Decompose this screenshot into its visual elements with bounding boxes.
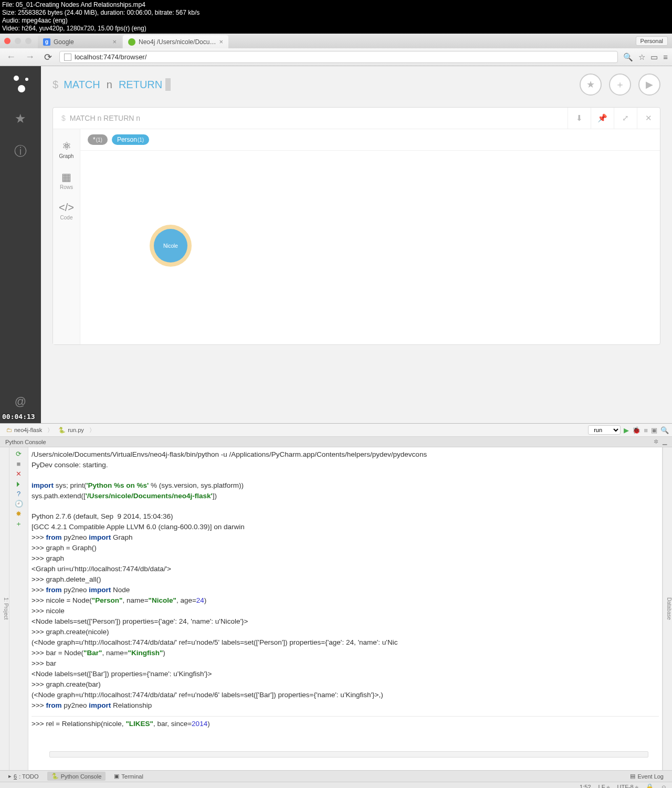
view-tabs: ⚛Graph ▦Rows </>Code: [53, 129, 80, 344]
forward-button[interactable]: →: [23, 51, 37, 62]
bottom-tool-tabs: ▸ 6: TODO 🐍 Python Console ▣ Terminal ▤ …: [0, 770, 672, 782]
breadcrumb-file[interactable]: 🐍run.py: [55, 426, 87, 434]
breadcrumb-bar: 🗀neo4j-flask 〉 🐍run.py 〉 run ▶ 🐞 ■ ▣ 🔍: [0, 424, 672, 437]
graph-node-nicole[interactable]: Nicole: [154, 229, 187, 262]
python-console[interactable]: /Users/nicole/Documents/VirtualEnvs/neo4…: [28, 447, 663, 770]
neo4j-logo-icon[interactable]: [13, 76, 28, 94]
close-tab-icon[interactable]: ×: [219, 38, 223, 46]
result-card: $MATCH n RETURN n ⬇ 📌 ⤢ ✕ ⚛Graph ▦Rows <…: [52, 107, 660, 345]
tab-todo[interactable]: ▸ 6: TODO: [4, 772, 43, 781]
caret-position: 1:52: [580, 784, 591, 788]
tab-neo4j[interactable]: Neo4j /Users/nicole/Docu… ×: [123, 35, 228, 48]
layout-icon[interactable]: ▣: [651, 426, 657, 434]
console-gutter: ⟳ ■ ✕ ⏵ ? 🕘 ✸ ＋: [9, 447, 28, 770]
neo4j-favicon-icon: [128, 38, 135, 46]
favorites-icon[interactable]: ★: [15, 111, 26, 126]
reload-button[interactable]: ⟳: [42, 51, 54, 63]
google-favicon-icon: g: [43, 38, 50, 46]
neo4j-browser: ★ ⓘ @ $ MATCH n RETURN ★ ＋ ▶ $MATCH n RE…: [0, 66, 672, 423]
settings-icon[interactable]: ✲: [654, 438, 658, 445]
window-controls: [4, 38, 32, 44]
video-video: Video: h264, yuv420p, 1280x720, 15.00 fp…: [2, 25, 670, 33]
search-icon[interactable]: 🔍: [660, 426, 669, 434]
back-button[interactable]: ←: [4, 51, 18, 62]
line-separator[interactable]: LF ÷: [598, 784, 610, 788]
history-icon[interactable]: 🕘: [15, 500, 23, 507]
help-icon[interactable]: ?: [17, 490, 20, 497]
add-icon[interactable]: ＋: [15, 520, 22, 527]
browser-tab-bar: g Google × Neo4j /Users/nicole/Docu… × P…: [0, 34, 672, 48]
close-console-icon[interactable]: ✕: [16, 470, 22, 477]
debug-icon[interactable]: 🐞: [632, 426, 640, 434]
execute-icon[interactable]: ⏵: [15, 480, 22, 487]
page-icon: [64, 54, 71, 61]
query-editor[interactable]: $ MATCH n RETURN: [52, 78, 572, 91]
run-query-button[interactable]: ▶: [638, 73, 660, 96]
profile-badge[interactable]: Personal: [636, 36, 668, 46]
video-size: Size: 25583826 bytes (24.40 MiB), durati…: [2, 9, 670, 17]
variable-n: n: [107, 79, 112, 91]
lock-icon[interactable]: 🔒: [646, 783, 654, 788]
add-query-button[interactable]: ＋: [609, 73, 631, 96]
minimize-window-icon[interactable]: [15, 38, 21, 44]
watch-icon[interactable]: ✸: [16, 510, 22, 517]
video-metadata: File: 05_01-Creating Nodes And Relations…: [0, 0, 672, 34]
view-tab-code[interactable]: </>Code: [53, 197, 80, 228]
view-tab-graph[interactable]: ⚛Graph: [53, 135, 80, 166]
tab-terminal[interactable]: ▣ Terminal: [110, 772, 148, 781]
right-tool-strip[interactable]: Database: [663, 447, 672, 770]
close-tab-icon[interactable]: ×: [112, 38, 117, 46]
neo4j-sidebar: ★ ⓘ @: [0, 66, 41, 423]
close-window-icon[interactable]: [4, 38, 10, 44]
favorite-query-button[interactable]: ★: [580, 73, 602, 96]
timestamp-overlay: 00:04:13: [2, 413, 35, 420]
minimize-panel-icon[interactable]: ▁: [663, 438, 667, 445]
cursor: [165, 78, 171, 91]
view-tab-rows[interactable]: ▦Rows: [53, 166, 80, 197]
tab-google-label: Google: [54, 38, 74, 46]
run-icon[interactable]: ▶: [624, 426, 629, 434]
hector-icon[interactable]: ☺: [661, 784, 667, 788]
zoom-window-icon[interactable]: [25, 38, 32, 44]
keyword-match: MATCH: [64, 79, 100, 91]
tab-google[interactable]: g Google ×: [38, 35, 122, 48]
video-file: File: 05_01-Creating Nodes And Relations…: [2, 1, 670, 9]
expand-icon[interactable]: ⤢: [614, 108, 637, 129]
console-title-bar: Python Console ✲ ▁: [0, 437, 672, 447]
horizontal-scrollbar[interactable]: [49, 751, 648, 758]
label-pill-person[interactable]: Person(1): [112, 134, 149, 145]
menu-icon[interactable]: ≡: [663, 52, 668, 62]
breadcrumb-project[interactable]: 🗀neo4j-flask: [3, 426, 45, 434]
bookmark-star-icon[interactable]: ☆: [638, 52, 645, 62]
keyword-return: RETURN: [119, 79, 162, 91]
pycharm-ide: 🗀neo4j-flask 〉 🐍run.py 〉 run ▶ 🐞 ■ ▣ 🔍 P…: [0, 423, 672, 788]
at-icon[interactable]: @: [15, 395, 26, 408]
close-card-icon[interactable]: ✕: [637, 108, 660, 129]
browser-toolbar: ← → ⟳ localhost:7474/browser/ 🔍 ☆ ▭ ≡: [0, 48, 672, 66]
stop-icon[interactable]: ■: [17, 460, 21, 467]
info-icon[interactable]: ⓘ: [14, 143, 27, 160]
pin-icon[interactable]: 📌: [591, 108, 614, 129]
present-icon[interactable]: ▭: [650, 52, 658, 62]
download-icon[interactable]: ⬇: [568, 108, 591, 129]
tab-python-console[interactable]: 🐍 Python Console: [47, 772, 106, 781]
graph-canvas[interactable]: *(1) Person(1) Nicole: [80, 129, 660, 344]
card-query-text: $MATCH n RETURN n: [53, 109, 568, 128]
video-audio: Audio: mpeg4aac (eng): [2, 17, 670, 25]
stop-icon[interactable]: ■: [644, 426, 648, 434]
tab-event-log[interactable]: ▤ Event Log: [626, 772, 668, 781]
left-tool-strip: 1: Project 7: Structure 2: Favorites: [0, 447, 9, 770]
search-icon[interactable]: 🔍: [623, 52, 633, 62]
run-config-select[interactable]: run: [588, 425, 621, 435]
tab-neo4j-label: Neo4j /Users/nicole/Docu…: [139, 38, 216, 46]
console-title-label: Python Console: [5, 439, 46, 445]
status-bar: 1:52 LF ÷ UTF-8 ÷ 🔒 ☺: [0, 782, 672, 788]
sidebar-project[interactable]: 1: Project: [3, 450, 9, 767]
address-bar[interactable]: localhost:7474/browser/: [59, 51, 618, 63]
rerun-icon[interactable]: ⟳: [16, 450, 22, 457]
url-text: localhost:7474/browser/: [75, 53, 146, 61]
label-pill-all[interactable]: *(1): [88, 134, 108, 145]
file-encoding[interactable]: UTF-8 ÷: [617, 784, 638, 788]
